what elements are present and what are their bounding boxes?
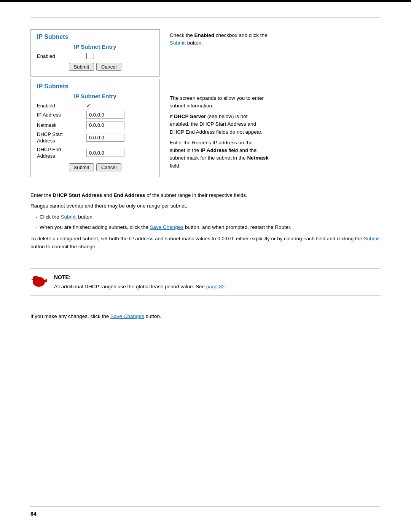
panels-column: IP Subnets IP Subnet Entry Enabled Submi… [30, 29, 160, 177]
dhcp-end-row: DHCP End Address [37, 147, 153, 160]
save-changes-link-1[interactable]: Save Changes [150, 224, 184, 230]
note-bird-icon [30, 273, 49, 289]
para-ranges: Ranges cannot overlap and there may be o… [30, 202, 381, 210]
para-dhcp-range: Enter the DHCP Start Address and End Add… [30, 192, 381, 200]
page-82-link[interactable]: page 82 [206, 284, 225, 289]
save-changes-link-2[interactable]: Save Changes [110, 313, 144, 319]
netmask-label: Netmask [37, 122, 86, 128]
enabled-checkbox-1[interactable] [86, 53, 94, 59]
footer-note: If you make any changes, click the Save … [30, 313, 381, 324]
svg-point-1 [33, 276, 39, 282]
footer-divider [30, 506, 381, 507]
enabled-row-1: Enabled [37, 53, 153, 59]
netmask-row: Netmask [37, 121, 153, 129]
body-text-section: Enter the DHCP Start Address and End Add… [30, 192, 381, 254]
notes-column: Check the Enabled checkbox and click the… [170, 29, 269, 177]
buttons-row-1: Submit Cancel [37, 63, 153, 71]
ip-address-label: IP Address [37, 112, 86, 118]
dhcp-start-row: DHCP Start Address [37, 131, 153, 144]
cancel-button-2[interactable]: Cancel [96, 163, 121, 171]
netmask-input[interactable] [86, 121, 124, 129]
para-delete: To delete a configured subnet, set both … [30, 235, 381, 251]
ip-subnets-panel-2: IP Subnets IP Subnet Entry Enabled ✓ IP … [30, 79, 160, 177]
dhcp-end-label: DHCP End Address [37, 147, 86, 160]
screenshots-section: IP Subnets IP Subnet Entry Enabled Submi… [30, 29, 381, 177]
subnet-entry-title-2: IP Subnet Entry [37, 93, 153, 99]
bullet-submit: · Click the Submit button. [36, 213, 381, 222]
submit-link-delete[interactable]: Submit [364, 236, 380, 241]
enabled-checkbox-2[interactable]: ✓ [86, 102, 91, 109]
top-divider [30, 18, 381, 18]
dhcp-start-label: DHCP Start Address [37, 131, 86, 144]
cancel-button-1[interactable]: Cancel [96, 63, 121, 71]
submit-bullet-link[interactable]: Submit [61, 214, 76, 220]
bullet-save-changes: · When you are finished adding subnets, … [36, 224, 381, 232]
dhcp-start-bold: DHCP Start Address [53, 192, 102, 198]
dhcp-server-bold: DHCP Server [174, 113, 206, 119]
note-text: All additional DHCP ranges use the globa… [54, 283, 226, 291]
submit-link-note1[interactable]: Submit [170, 40, 186, 46]
ip-subnets-title-1: IP Subnets [37, 34, 153, 40]
enabled-label-1: Enabled [37, 53, 86, 59]
svg-marker-4 [44, 279, 47, 283]
svg-point-2 [34, 278, 35, 279]
ip-address-bold: IP Address [201, 147, 227, 153]
bullet-list: · Click the Submit button. · When you ar… [30, 213, 381, 232]
buttons-row-2: Submit Cancel [37, 163, 153, 171]
enabled-row-2: Enabled ✓ [37, 102, 153, 109]
side-note-1: Check the Enabled checkbox and click the… [170, 32, 269, 47]
ip-subnets-title-2: IP Subnets [37, 83, 153, 90]
page-number: 84 [30, 511, 37, 517]
note-label: NOTE: [54, 273, 226, 282]
dhcp-start-input[interactable] [86, 134, 124, 142]
page-footer: 84 [30, 506, 381, 517]
netmask-bold: Netmask [247, 155, 268, 161]
submit-button-1[interactable]: Submit [69, 63, 94, 71]
svg-marker-3 [31, 279, 33, 280]
ip-subnets-panel-1: IP Subnets IP Subnet Entry Enabled Submi… [30, 29, 160, 77]
side-note-2: The screen expands to allow you to enter… [170, 94, 269, 173]
enabled-bold: Enabled [194, 32, 215, 38]
enabled-label-2: Enabled [37, 103, 86, 109]
end-address-bold: End Address [113, 192, 145, 198]
note-box: NOTE: All additional DHCP ranges use the… [30, 268, 381, 296]
ip-address-row: IP Address [37, 111, 153, 119]
ip-address-input[interactable] [86, 111, 124, 119]
note-content: NOTE: All additional DHCP ranges use the… [54, 273, 226, 291]
dhcp-end-input[interactable] [86, 149, 124, 157]
footer-save-changes-para: If you make any changes, click the Save … [30, 313, 381, 321]
submit-button-2[interactable]: Submit [69, 163, 94, 171]
subnet-entry-title-1: IP Subnet Entry [37, 43, 153, 50]
